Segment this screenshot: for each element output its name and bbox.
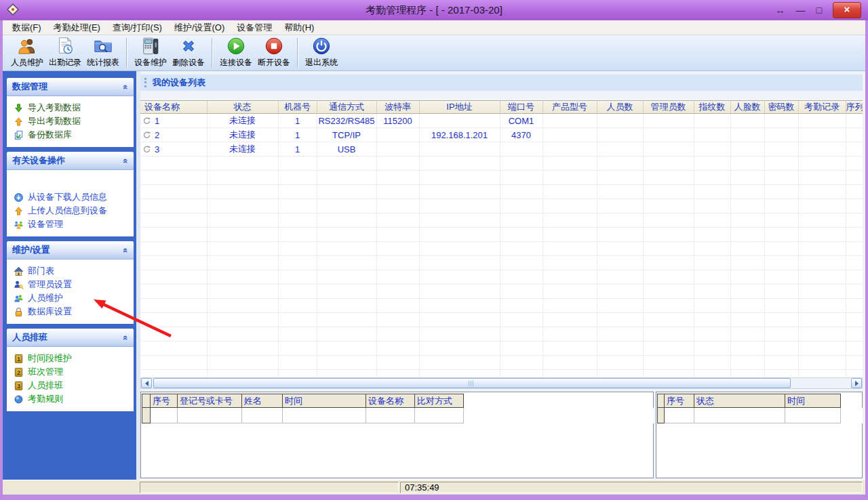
- sidebar-item-personnel-maintenance[interactable]: 人员维护: [14, 291, 132, 305]
- column-header: 人脸数: [730, 101, 764, 114]
- scrollbar-thumb[interactable]: [153, 378, 791, 388]
- status-cell-empty: [140, 482, 399, 493]
- device-refresh-icon: [142, 117, 151, 125]
- device-row[interactable]: 1 未连接1 RS232/RS485115200 COM1: [140, 114, 863, 128]
- panel-header-personnel-scheduling[interactable]: 人员排班 «: [7, 329, 134, 347]
- panel-title: 有关设备操作: [12, 154, 65, 167]
- disconnect-device-button[interactable]: 断开设备: [255, 36, 293, 68]
- minimize-button[interactable]: —: [796, 5, 806, 15]
- sidebar-item-department-table[interactable]: 部门表: [14, 264, 132, 278]
- column-header: 设备名称: [140, 101, 207, 114]
- left-arrow-icon: [142, 381, 149, 386]
- panel-maintenance-settings: 维护/设置 « 部门表 管理员设置 人员维护 数据库设置: [7, 241, 134, 324]
- empty-row: [142, 408, 654, 423]
- row-selector: [142, 408, 151, 423]
- toolbar-separator: [212, 38, 213, 68]
- menu-item-device[interactable]: 设备管理: [231, 20, 278, 35]
- column-header: 人员数: [597, 101, 643, 114]
- users-maintenance-button[interactable]: 人员维护: [8, 36, 46, 68]
- users-pair-icon: [14, 293, 24, 304]
- database-lock-icon: [14, 307, 24, 317]
- menu-item-maintenance[interactable]: 维护/设置(O): [168, 20, 231, 35]
- menu-item-query-print[interactable]: 查询/打印(S): [106, 20, 168, 35]
- horizontal-scrollbar[interactable]: [140, 377, 863, 389]
- sidebar-item-download-personnel-info[interactable]: 从设备下载人员信息: [14, 190, 132, 204]
- device-refresh-icon: [142, 131, 151, 140]
- monitor-table-header-row: 序号 状态 时间: [658, 394, 863, 408]
- column-header: 端口号: [500, 101, 542, 114]
- collapse-chevron-icon[interactable]: «: [121, 84, 131, 89]
- department-house-icon: [14, 266, 24, 276]
- scroll-left-button[interactable]: [141, 378, 152, 388]
- sidebar-item-export-attendance-data[interactable]: 导出考勤数据: [14, 114, 132, 128]
- empty-row: [140, 228, 863, 242]
- collapse-chevron-icon[interactable]: «: [121, 247, 131, 252]
- admin-key-icon: [14, 280, 24, 290]
- sidebar-item-backup-database[interactable]: 备份数据库: [14, 128, 132, 142]
- sidebar-item-import-attendance-data[interactable]: 导入考勤数据: [14, 101, 132, 114]
- titlebar: 考勤管理程序 - [ - 2017-03-20] ↔ — □ ×: [0, 0, 868, 20]
- column-header: 指纹数: [694, 101, 730, 114]
- menu-item-help[interactable]: 帮助(H): [278, 20, 320, 35]
- toolbar-label: 统计报表: [87, 57, 119, 68]
- column-header: 状态: [207, 101, 278, 114]
- panel-data-management: 数据管理 « 导入考勤数据 导出考勤数据 备份数据库: [7, 78, 134, 147]
- device-row[interactable]: 3 未连接1 USB: [140, 142, 863, 157]
- column-header: 产品型号: [542, 101, 597, 114]
- scroll-right-button[interactable]: [851, 378, 862, 388]
- menu-item-data[interactable]: 数据(F): [6, 20, 47, 35]
- panel-personnel-scheduling: 人员排班 « 时间段维护 班次管理 人员排班 考勤规则: [7, 329, 134, 411]
- column-header: 考勤记录: [798, 101, 846, 114]
- close-button[interactable]: ×: [833, 2, 861, 18]
- download-circle-icon: [14, 192, 24, 203]
- sidebar-item-administrator-settings[interactable]: 管理员设置: [14, 278, 132, 291]
- statusbar: 07:35:49: [3, 480, 865, 495]
- column-header: 序号: [665, 394, 694, 408]
- attendance-records-button[interactable]: 出勤记录: [46, 36, 84, 68]
- device-terminal-icon: [140, 36, 161, 56]
- report-search-icon: [93, 36, 113, 56]
- sidebar-item-attendance-rules[interactable]: 考勤规则: [14, 392, 132, 406]
- sidebar-item-time-period-maintenance[interactable]: 时间段维护: [14, 352, 132, 365]
- column-header: 通信方式: [317, 101, 376, 114]
- blue-sphere-icon: [14, 394, 24, 404]
- window-title: 考勤管理程序 - [ - 2017-03-20]: [0, 0, 868, 20]
- exit-system-button[interactable]: 退出系统: [302, 36, 340, 68]
- sidebar-item-shift-management[interactable]: 班次管理: [14, 365, 132, 379]
- column-header: 时间: [785, 394, 841, 408]
- delete-device-button[interactable]: 删除设备: [170, 36, 208, 68]
- column-header: 波特率: [376, 101, 419, 114]
- empty-row: [140, 213, 863, 228]
- menubar: 数据(F) 考勤处理(E) 查询/打印(S) 维护/设置(O) 设备管理 帮助(…: [3, 20, 865, 35]
- device-row[interactable]: 2 未连接1 TCP/IP 192.168.1.2014370: [140, 128, 863, 142]
- orange-up-arrow-icon: [14, 206, 24, 216]
- sidebar-item-upload-personnel-info[interactable]: 上传人员信息到设备: [14, 204, 132, 217]
- sidebar-item-device-management[interactable]: 设备管理: [14, 217, 132, 231]
- statistics-report-button[interactable]: 统计报表: [84, 36, 122, 68]
- column-header: 时间: [283, 394, 366, 408]
- device-refresh-icon: [142, 145, 151, 154]
- main-area: 我的设备列表 设备名称 状态 机器号 通信方式 波特率: [140, 71, 865, 480]
- app-window: 考勤管理程序 - [ - 2017-03-20] ↔ — □ × 数据(F) 考…: [0, 0, 868, 500]
- panel-header-maintenance-settings[interactable]: 维护/设置 «: [7, 241, 134, 259]
- toolbar-label: 删除设备: [172, 57, 205, 68]
- maximize-button[interactable]: □: [816, 5, 822, 15]
- gold-2-icon: [14, 367, 24, 377]
- backup-documents-icon: [14, 130, 24, 140]
- drag-grip-icon: [144, 78, 146, 87]
- toolbar-label: 出勤记录: [49, 57, 81, 68]
- collapse-chevron-icon[interactable]: «: [121, 335, 131, 339]
- column-header: 管理员数: [643, 101, 694, 114]
- sidebar-item-personnel-scheduling[interactable]: 人员排班: [14, 379, 132, 392]
- sidebar: 数据管理 « 导入考勤数据 导出考勤数据 备份数据库 有: [3, 71, 136, 480]
- column-header: 机器号: [278, 101, 317, 114]
- device-maintenance-button[interactable]: 设备维护: [132, 36, 170, 68]
- collapse-chevron-icon[interactable]: «: [121, 158, 131, 163]
- sidebar-item-database-settings[interactable]: 数据库设置: [14, 305, 132, 318]
- menu-item-attendance[interactable]: 考勤处理(E): [47, 20, 106, 35]
- connect-device-button[interactable]: 连接设备: [217, 36, 255, 68]
- panel-header-data-management[interactable]: 数据管理 «: [7, 78, 134, 96]
- panel-header-device-operations[interactable]: 有关设备操作 «: [7, 152, 134, 170]
- attendance-record-icon: [55, 36, 75, 56]
- resize-toggle-icon[interactable]: ↔: [776, 5, 785, 15]
